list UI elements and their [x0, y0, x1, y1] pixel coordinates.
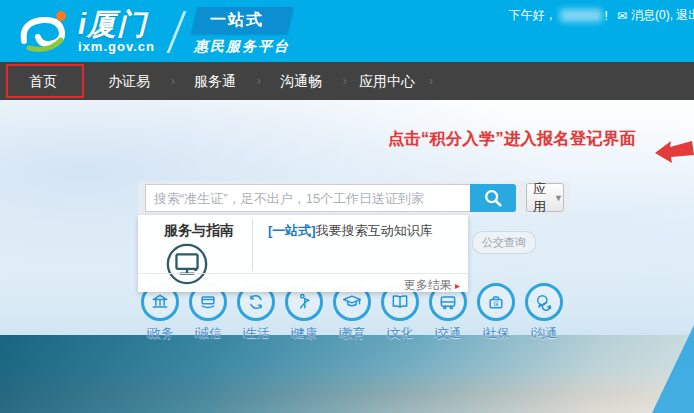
ixiamen-swirl-logo-icon — [16, 9, 72, 55]
chat-bubbles-icon — [534, 292, 554, 312]
life-refresh-icon — [246, 292, 266, 312]
traffic-bus-icon — [438, 292, 458, 312]
app-icon-social-security[interactable]: 保 i社保 — [472, 283, 520, 342]
onestop-badge: 一站式 — [191, 7, 294, 34]
messages-link[interactable]: 消息(0), — [631, 7, 673, 24]
beach-sea-background — [0, 335, 694, 413]
nav-item-app-center[interactable]: 应用中心 › — [344, 62, 430, 100]
greeting-text: 下午好， — [509, 7, 557, 24]
panel-category-label: 服务与指南 — [164, 222, 234, 240]
hot-search-tag-bus-query[interactable]: 公交查询 — [472, 231, 536, 254]
nav-item-label: 应用中心 — [359, 73, 415, 89]
social-security-case-icon: 保 — [486, 292, 506, 312]
svg-text:保: 保 — [493, 301, 499, 307]
result-text: 我要搜索互动知识库 — [316, 223, 433, 238]
nav-item-banzhengyi[interactable]: 办证易 › — [86, 62, 172, 100]
user-name-redacted — [560, 9, 602, 22]
logout-link[interactable]: 退出 — [676, 7, 694, 24]
logo-divider — [166, 11, 186, 53]
logo-domain: ixm.gov.cn — [78, 39, 155, 54]
chevron-down-icon: ▼ — [554, 193, 563, 203]
annotation-arrow-icon — [655, 136, 694, 168]
app-dropdown-label: 应用 — [527, 180, 552, 216]
main-nav: 首页 办证易 › 服务通 › 沟通畅 › 应用中心 › — [0, 62, 694, 100]
more-results-arrow-icon: ▸ — [455, 280, 460, 291]
app-icon-label: i诚信 — [195, 325, 222, 342]
chevron-right-icon: › — [429, 62, 433, 100]
icon-circle — [525, 283, 563, 321]
app-icon-label: i交通 — [435, 325, 462, 342]
nav-item-label: 沟通畅 — [280, 73, 322, 89]
nav-item-goutongchang[interactable]: 沟通畅 › — [258, 62, 344, 100]
mail-icon: ✉ — [617, 9, 627, 23]
app-icon-label: i政务 — [147, 325, 174, 342]
icon-circle: 保 — [477, 283, 515, 321]
app-icon-label: i教育 — [339, 325, 366, 342]
government-building-icon — [150, 292, 170, 312]
credit-card-hand-icon — [198, 292, 218, 312]
app-icon-label: i生活 — [243, 325, 270, 342]
app-dropdown-button[interactable]: 应用 ▼ — [526, 183, 564, 212]
nav-item-label: 办证易 — [108, 73, 150, 89]
nav-item-home[interactable]: 首页 — [0, 62, 86, 100]
nav-item-fuwutong[interactable]: 服务通 › — [172, 62, 258, 100]
search-suggest-panel: 服务与指南 [一站式]我要搜索互动知识库 更多结果 ▸ — [138, 215, 468, 292]
app-icon-label: i社保 — [483, 325, 510, 342]
nav-item-label: 服务通 — [194, 73, 236, 89]
search-input[interactable] — [145, 184, 470, 212]
platform-tagline: 一站式 惠民服务平台 — [194, 7, 290, 56]
app-icon-label: i健康 — [291, 325, 318, 342]
culture-book-icon — [390, 292, 410, 312]
app-icon-chat[interactable]: i沟通 — [520, 283, 568, 342]
logo-title: i厦门 — [78, 9, 155, 39]
education-cap-icon — [342, 292, 362, 312]
health-runner-icon — [294, 292, 314, 312]
app-icon-label: i沟通 — [531, 325, 558, 342]
suggest-result-item[interactable]: [一站式]我要搜索互动知识库 — [268, 222, 433, 240]
result-prefix: [一站式] — [268, 223, 316, 238]
greeting-punct: ! — [605, 9, 608, 23]
site-logo[interactable]: i厦门 ixm.gov.cn 一站式 惠民服务平台 — [16, 7, 290, 56]
panel-divider — [138, 273, 468, 274]
monitor-icon — [164, 241, 210, 287]
search-button[interactable] — [470, 184, 516, 212]
more-results-label: 更多结果 — [404, 278, 452, 292]
panel-divider — [252, 219, 253, 271]
more-results-link[interactable]: 更多结果 ▸ — [404, 277, 460, 294]
tagline-text: 惠民服务平台 — [194, 38, 290, 56]
search-icon — [483, 188, 503, 208]
annotation-text: 点击“积分入学”进入报名登记界面 — [388, 129, 636, 150]
onestop-badge-text: 一站式 — [210, 10, 264, 31]
search-widget: 应用 ▼ — [138, 181, 570, 215]
app-icon-label: i文化 — [387, 325, 414, 342]
nav-item-label: 首页 — [29, 73, 57, 89]
logo-text: i厦门 ixm.gov.cn — [78, 9, 155, 54]
site-header: i厦门 ixm.gov.cn 一站式 惠民服务平台 下午好， ! ✉ 消息(0)… — [0, 0, 694, 62]
user-bar: 下午好， ! ✉ 消息(0), 退出 — [509, 7, 694, 24]
